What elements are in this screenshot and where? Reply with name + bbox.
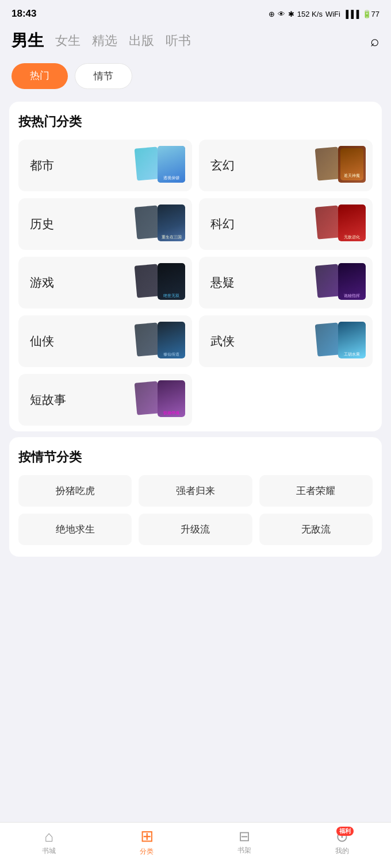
emotion-section-title: 按情节分类 [18,449,373,466]
genre-item-lishi[interactable]: 历史 重生在三国 [18,198,192,250]
eye-icon: 👁 [278,10,285,18]
genre-item-xianxia[interactable]: 仙侠 修仙传道 [18,315,192,367]
bottom-nav-bookstore[interactable]: ⌂ 书城 [42,829,56,856]
bottom-nav-shelf-label: 书架 [237,846,251,855]
emotion-tag-4[interactable]: 升级流 [139,514,252,545]
hot-section-card: 按热门分类 都市 透视保镖 玄幻 遮天神魔 [9,102,382,431]
nav-tab-publish[interactable]: 出版 [129,32,154,49]
status-time: 18:43 [12,8,36,20]
genre-item-duangushi[interactable]: 短故事 驭婚俘魂 [18,374,192,426]
location-icon: ⊕ [269,10,275,18]
network-speed: 152 K/s [297,10,323,18]
genre-covers-xianxia: 修仙传道 [133,322,185,361]
status-bar: 18:43 ⊕ 👁 ✱ 152 K/s WiFi ▐▐▐ 🔋77 [0,0,391,25]
genre-label-xianxia: 仙侠 [30,333,54,349]
signal-icon: ▐▐▐ [343,10,359,18]
genre-covers-dushi: 透视保镖 [133,146,185,185]
status-icons: ⊕ 👁 ✱ 152 K/s WiFi ▐▐▐ 🔋77 [269,10,379,18]
bottom-nav-shelf[interactable]: ⊟ 书架 [237,830,251,855]
genre-label-xuanhuan: 玄幻 [210,157,235,173]
bottom-nav: ⌂ 书城 ⊞ 分类 ⊟ 书架 ⊙ 福利 我的 [0,822,391,868]
genre-label-xuanyi: 悬疑 [210,275,235,291]
bottom-nav-profile[interactable]: ⊙ 福利 我的 [335,829,349,856]
genre-covers-wuxia: 工胡水果 [314,322,366,361]
emotion-section-card: 按情节分类 扮猪吃虎 强者归来 王者荣耀 绝地求生 升级流 无敌流 [9,437,382,557]
genre-label-youxi: 游戏 [30,275,54,291]
genre-item-xuanhuan[interactable]: 玄幻 遮天神魔 [199,140,373,191]
genre-label-kehuan: 科幻 [210,216,235,232]
genre-covers-duangushi: 驭婚俘魂 [133,380,185,419]
category-icon: ⊞ [140,828,154,844]
emotion-tag-0[interactable]: 扮猪吃虎 [18,475,132,507]
shelf-icon: ⊟ [239,830,250,843]
genre-covers-kehuan: 无敌进化 [314,205,366,244]
emotion-tag-3[interactable]: 绝地求生 [18,514,132,545]
nav-tab-female[interactable]: 女生 [55,32,80,49]
genre-label-wuxia: 武侠 [210,333,235,349]
nav-tab-audio[interactable]: 听书 [166,32,191,49]
nav-header: 男生 女生 精选 出版 听书 ⌕ [0,25,391,59]
emotion-tag-1[interactable]: 强者归来 [139,475,252,507]
search-icon[interactable]: ⌕ [370,32,379,50]
emotion-grid: 扮猪吃虎 强者归来 王者荣耀 绝地求生 升级流 无敌流 [18,475,373,551]
filter-bar: 热门 情节 [0,59,391,96]
battery-icon: 🔋77 [362,10,379,18]
wifi-icon: WiFi [325,10,340,18]
filter-pill-hot[interactable]: 热门 [12,63,68,89]
genre-item-kehuan[interactable]: 科幻 无敌进化 [199,198,373,250]
bottom-nav-category-label: 分类 [140,847,154,857]
filter-pill-emotion[interactable]: 情节 [75,63,132,89]
nav-tab-selected[interactable]: 精选 [92,32,117,49]
hot-section-title: 按热门分类 [18,113,373,130]
genre-item-dushi[interactable]: 都市 透视保镖 [18,140,192,191]
emotion-tag-2[interactable]: 王者荣耀 [259,475,373,507]
genre-label-duangushi: 短故事 [30,392,66,408]
bluetooth-icon: ✱ [288,10,294,18]
bottom-nav-category[interactable]: ⊞ 分类 [140,828,154,857]
genre-covers-xuanhuan: 遮天神魔 [314,146,366,185]
home-icon: ⌂ [44,829,53,844]
genre-covers-lishi: 重生在三国 [133,205,185,244]
genre-grid: 都市 透视保镖 玄幻 遮天神魔 [18,140,373,367]
genre-label-dushi: 都市 [30,157,54,173]
genre-covers-youxi: 绝世无双 [133,263,185,302]
bottom-nav-profile-label: 我的 [335,846,349,856]
genre-label-lishi: 历史 [30,216,54,232]
emotion-tag-5[interactable]: 无敌流 [259,514,373,545]
nav-tab-male[interactable]: 男生 [12,30,44,52]
welfare-badge: 福利 [336,827,354,836]
bottom-nav-bookstore-label: 书城 [42,846,56,856]
genre-item-xuanyi[interactable]: 悬疑 诡秘指挥 [199,257,373,308]
genre-item-youxi[interactable]: 游戏 绝世无双 [18,257,192,308]
genre-item-wuxia[interactable]: 武侠 工胡水果 [199,315,373,367]
genre-covers-xuanyi: 诡秘指挥 [314,263,366,302]
